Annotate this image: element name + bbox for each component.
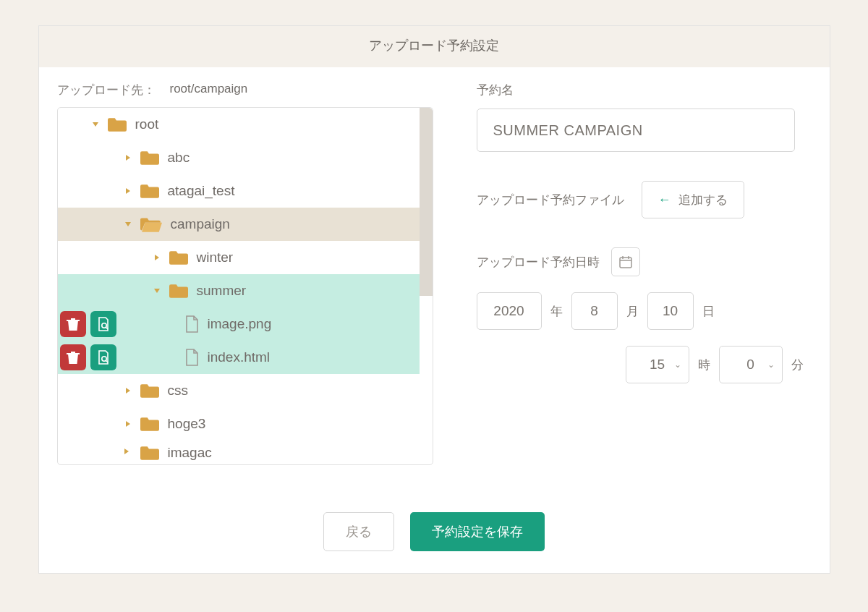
minute-select[interactable]: 0 ⌄ <box>719 346 783 383</box>
arrow-left-icon: ← <box>658 192 671 208</box>
tree-item-index-html[interactable]: index.html <box>58 341 420 374</box>
chevron-down-icon[interactable] <box>152 287 162 294</box>
chevron-down-icon[interactable] <box>123 221 133 228</box>
tree-label: winter <box>197 250 234 265</box>
tree-label: css <box>168 383 189 399</box>
tree-label: imagac <box>168 445 212 461</box>
preview-file-button[interactable] <box>90 311 116 337</box>
folder-icon <box>169 250 188 265</box>
add-file-button-label: 追加する <box>678 192 728 208</box>
month-input[interactable] <box>571 292 618 330</box>
tree-item-css[interactable]: css <box>58 374 420 407</box>
upload-file-label: アップロード予約ファイル <box>477 192 624 208</box>
minute-unit: 分 <box>791 357 804 373</box>
hour-unit: 時 <box>698 357 710 373</box>
month-unit: 月 <box>626 303 639 320</box>
upload-reservation-modal: アップロード予約設定 アップロード先： root/campaign root <box>38 25 830 574</box>
datetime-label: アップロード予約日時 <box>477 254 600 271</box>
svg-point-0 <box>101 323 106 328</box>
modal-footer: 戻る 予約設定を保存 <box>39 472 830 573</box>
tree-label: index.html <box>208 349 271 365</box>
year-input[interactable] <box>477 292 542 330</box>
chevron-right-icon[interactable] <box>123 154 133 161</box>
right-column: 予約名 アップロード予約ファイル ← 追加する アップロード予約日時 <box>433 82 812 465</box>
chevron-right-icon[interactable] <box>152 254 162 261</box>
folder-open-icon <box>140 216 162 232</box>
scrollbar[interactable] <box>420 108 433 296</box>
folder-icon <box>108 116 127 132</box>
tree-item-campaign[interactable]: campaign <box>58 208 420 241</box>
reservation-name-input[interactable] <box>477 109 795 152</box>
folder-icon <box>140 416 159 432</box>
calendar-icon <box>618 255 633 269</box>
chevron-down-icon: ⌄ <box>767 360 775 370</box>
chevron-right-icon[interactable] <box>123 387 133 394</box>
chevron-down-icon[interactable] <box>90 121 101 128</box>
preview-file-button[interactable] <box>90 344 116 370</box>
tree-label: hoge3 <box>168 416 206 432</box>
tree-item-image-png[interactable]: image.png <box>58 307 420 341</box>
back-button[interactable]: 戻る <box>323 512 394 551</box>
reservation-name-label: 予約名 <box>477 82 812 98</box>
chevron-down-icon: ⌄ <box>674 360 681 370</box>
tree-label: campaign <box>171 216 230 232</box>
tree-item-images[interactable]: imagac <box>58 441 420 464</box>
tree-label: summer <box>197 283 247 299</box>
trash-icon <box>67 317 80 331</box>
left-column: アップロード先： root/campaign root <box>57 82 433 465</box>
file-icon <box>184 315 199 333</box>
add-file-button[interactable]: ← 追加する <box>642 181 744 218</box>
upload-destination: アップロード先： root/campaign <box>57 82 433 98</box>
tree-item-atagai-test[interactable]: atagai_test <box>58 174 420 208</box>
tree-label: image.png <box>208 316 272 332</box>
tree-item-root[interactable]: root <box>58 108 420 141</box>
hour-value: 15 <box>650 357 665 373</box>
save-button[interactable]: 予約設定を保存 <box>410 512 545 551</box>
minute-value: 0 <box>746 357 754 373</box>
svg-rect-2 <box>620 258 631 268</box>
upload-destination-path: root/campaign <box>170 82 248 98</box>
modal-title: アップロード予約設定 <box>39 26 830 67</box>
chevron-right-icon[interactable] <box>123 187 133 195</box>
folder-icon <box>140 445 159 461</box>
folder-icon <box>140 183 159 199</box>
chevron-right-icon[interactable] <box>123 420 133 428</box>
upload-destination-label: アップロード先： <box>57 82 156 98</box>
tree-label: abc <box>168 150 190 166</box>
year-unit: 年 <box>550 303 563 320</box>
folder-icon <box>140 150 159 166</box>
tree-item-winter[interactable]: winter <box>58 241 420 274</box>
chevron-right-icon[interactable] <box>123 445 133 458</box>
folder-tree: root abc <box>57 107 433 465</box>
trash-icon <box>67 350 80 365</box>
tree-label: root <box>135 116 159 132</box>
file-search-icon <box>97 317 110 331</box>
folder-icon <box>169 283 188 299</box>
tree-label: atagai_test <box>168 183 235 199</box>
svg-point-1 <box>101 357 106 361</box>
file-search-icon <box>97 350 110 365</box>
day-input[interactable] <box>647 292 694 330</box>
file-icon <box>184 349 199 366</box>
delete-file-button[interactable] <box>60 311 86 337</box>
day-unit: 日 <box>702 303 715 320</box>
tree-item-summer[interactable]: summer <box>58 274 420 307</box>
calendar-button[interactable] <box>611 247 640 276</box>
folder-icon <box>140 383 159 399</box>
tree-item-abc[interactable]: abc <box>58 141 420 174</box>
delete-file-button[interactable] <box>60 344 86 370</box>
tree-item-hoge3[interactable]: hoge3 <box>58 407 420 441</box>
hour-select[interactable]: 15 ⌄ <box>626 346 689 383</box>
